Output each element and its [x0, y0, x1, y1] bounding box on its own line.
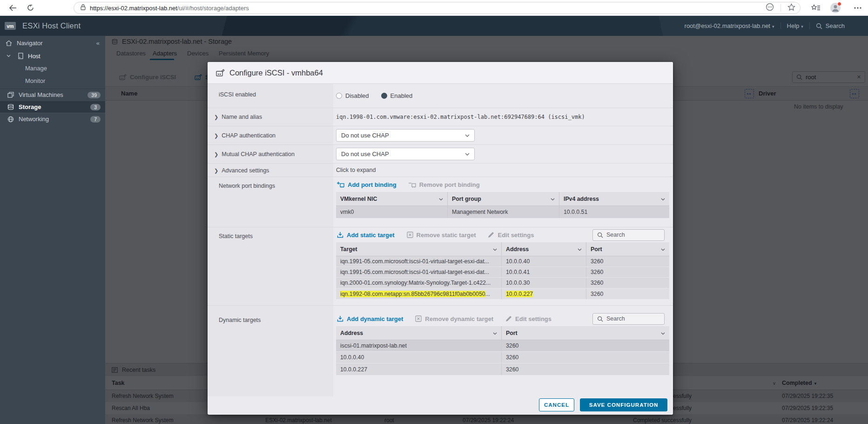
adapter-edit-icon [216, 69, 225, 77]
name-alias-expander[interactable]: ❯Name and alias [208, 108, 333, 126]
header-search[interactable]: Search [816, 22, 845, 29]
configure-iscsi-dialog: Configure iSCSI - vmhba64 iSCSI enabled … [208, 62, 673, 415]
save-configuration-button[interactable]: SAVE CONFIGURATION [580, 398, 667, 411]
search-icon [816, 23, 822, 29]
browser-profile-avatar[interactable] [830, 3, 841, 13]
header-divider [809, 22, 810, 29]
chap-auth-select[interactable]: Do not use CHAP [336, 129, 475, 142]
radio-unchecked-icon [336, 93, 342, 99]
add-static-target-button[interactable]: Add static target [337, 232, 395, 239]
help-menu[interactable]: Help▾ [787, 22, 803, 29]
chevron-right-icon: ❯ [214, 151, 218, 157]
collapse-sidebar-icon[interactable]: « [96, 40, 100, 47]
sidebar-item-label: Host [28, 53, 40, 60]
networking-count-badge: 7 [90, 116, 101, 123]
sidebar-item-storage[interactable]: Storage 3 [0, 101, 105, 113]
pencil-icon [505, 315, 512, 322]
port-group-column-header[interactable]: Port group [447, 192, 559, 205]
port-binding-row[interactable]: vmk0 Management Network 10.0.0.51 [336, 206, 669, 218]
dynamic-target-row[interactable]: 10.0.0.40 3260 [336, 352, 669, 363]
mutual-chap-expander[interactable]: ❯Mutual CHAP authentication [208, 145, 333, 163]
home-icon [6, 40, 12, 46]
mutual-chap-select[interactable]: Do not use CHAP [336, 148, 475, 160]
app-header: vm ESXi Host Client root@esxi-02.matrixp… [0, 16, 868, 36]
sidebar-item-host[interactable]: Host [0, 50, 105, 62]
dynamic-target-row[interactable]: 10.0.0.227 3260 [336, 363, 669, 375]
cancel-button[interactable]: CANCEL [539, 398, 574, 411]
port-column-header[interactable]: Port [501, 326, 669, 340]
browser-menu-icon[interactable] [851, 1, 865, 14]
page-permissions-icon[interactable] [766, 3, 774, 13]
browser-address-bar[interactable]: https://esxi-02.matrixpost-lab.net/ui/#/… [74, 2, 801, 14]
remove-port-binding-icon [409, 181, 416, 188]
dialog-title: Configure iSCSI - vmhba64 [229, 68, 323, 77]
sidebar-item-virtual-machines[interactable]: Virtual Machines 39 [0, 89, 105, 101]
add-dynamic-target-button[interactable]: Add dynamic target [337, 315, 403, 322]
add-target-icon [337, 232, 343, 238]
search-icon [597, 232, 603, 238]
dynamic-targets-search-input[interactable]: Search [592, 313, 665, 325]
address-column-header[interactable]: Address [501, 242, 586, 256]
chevron-down-icon [465, 134, 470, 137]
favorite-star-icon[interactable] [787, 3, 795, 13]
remove-dynamic-target-button[interactable]: Remove dynamic target [415, 315, 493, 322]
port-bindings-label: Network port bindings [208, 177, 333, 227]
url-text: https://esxi-02.matrixpost-lab.net/ui/#/… [90, 5, 249, 12]
lock-icon [81, 4, 86, 12]
sidebar-item-label: Networking [19, 116, 49, 123]
add-port-binding-button[interactable]: Add port binding [337, 181, 397, 188]
chevron-down-icon [578, 248, 582, 251]
click-to-expand-text[interactable]: Click to expand [336, 167, 376, 173]
advanced-settings-expander[interactable]: ❯Advanced settings [208, 164, 333, 177]
sidebar-item-monitor[interactable]: Monitor [0, 75, 105, 87]
chevron-down-icon [439, 198, 443, 201]
target-column-header[interactable]: Target [336, 242, 501, 256]
navigator-title: Navigator [17, 40, 43, 47]
browser-back-icon[interactable] [6, 1, 20, 14]
static-target-row[interactable]: iqn.1991-05.com.microsoft:iscsi-01-virtu… [336, 256, 669, 267]
search-icon [597, 316, 603, 322]
ipv4-column-header[interactable]: IPv4 address [559, 192, 669, 205]
add-port-binding-icon [337, 181, 344, 188]
storage-icon [7, 104, 14, 110]
edit-static-settings-button[interactable]: Edit settings [488, 232, 534, 239]
static-target-row-highlighted[interactable]: iqn.1992-08.com.netapp:sn.85bb26796c9811… [336, 288, 669, 299]
chevron-down-icon [661, 198, 665, 201]
port-column-header[interactable]: Port [586, 242, 669, 256]
static-target-row[interactable]: iqn.2000-01.com.synology:Matrix-Synology… [336, 278, 669, 288]
iscsi-enabled-radio[interactable]: Enabled [381, 92, 413, 99]
networking-icon [7, 116, 14, 123]
iscsi-disabled-radio[interactable]: Disabled [336, 92, 369, 99]
edit-dynamic-settings-button[interactable]: Edit settings [505, 315, 552, 322]
storage-count-badge: 3 [90, 104, 101, 110]
host-icon [18, 53, 23, 59]
chap-auth-expander[interactable]: ❯CHAP authentication [208, 126, 333, 144]
dynamic-targets-table: Address Port iscsi-01.matrixpost-lab.net… [336, 326, 669, 375]
sidebar-item-networking[interactable]: Networking 7 [0, 113, 105, 125]
pill-divider [781, 4, 781, 12]
vmkernel-nic-column-header[interactable]: VMkernel NIC [336, 192, 447, 205]
chevron-down-icon [661, 248, 665, 251]
chevron-down-icon [661, 332, 665, 335]
remove-target-icon [415, 315, 422, 322]
address-column-header[interactable]: Address [336, 326, 501, 340]
sidebar-item-manage[interactable]: Manage [0, 62, 105, 75]
header-divider [781, 22, 781, 29]
browser-reload-icon[interactable] [23, 1, 37, 14]
remove-static-target-button[interactable]: Remove static target [407, 232, 476, 239]
sidebar-item-label: Virtual Machines [19, 91, 63, 98]
chevron-down-icon [493, 248, 497, 251]
chevron-down-icon[interactable] [7, 55, 11, 57]
chevron-right-icon: ❯ [214, 133, 218, 138]
browser-toolbar: https://esxi-02.matrixpost-lab.net/ui/#/… [0, 0, 868, 16]
favorites-bar-icon[interactable] [809, 1, 823, 14]
user-menu[interactable]: root@esxi-02.matrixpost-lab.net▾ [685, 22, 774, 29]
chevron-down-icon [551, 198, 555, 201]
static-targets-search-input[interactable]: Search [592, 229, 665, 241]
remove-port-binding-button[interactable]: Remove port binding [409, 181, 480, 188]
sidebar-item-label: Storage [19, 103, 41, 110]
radio-checked-icon [381, 93, 387, 99]
static-target-row[interactable]: iqn.1991-05.com.microsoft:iscsi-01-virtu… [336, 267, 669, 278]
dynamic-target-row[interactable]: iscsi-01.matrixpost-lab.net 3260 [336, 340, 669, 352]
search-highlight: 10.0.0.227 [506, 291, 533, 297]
